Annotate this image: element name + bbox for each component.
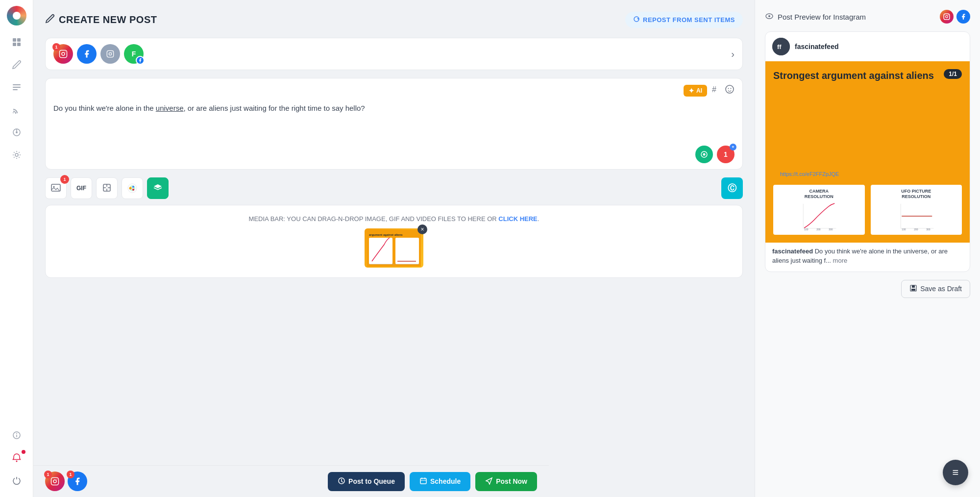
sidebar-item-dashboard[interactable] xyxy=(7,33,26,53)
preview-caption-username: fascinatefeed xyxy=(772,248,813,255)
app-logo[interactable] xyxy=(7,6,26,25)
save-draft-area: Save as Draft xyxy=(765,280,970,298)
svg-point-13 xyxy=(16,433,17,434)
sidebar-item-notifications[interactable] xyxy=(7,449,26,469)
sidebar-item-analytics[interactable] xyxy=(7,124,26,143)
svg-text:300: 300 xyxy=(926,228,931,231)
preview-title: Post Preview for Instagram xyxy=(765,12,866,22)
hashtag-icon: # xyxy=(711,84,721,97)
bottom-account-facebook[interactable]: 1 xyxy=(68,472,87,491)
account-instagram-1[interactable]: 1 xyxy=(53,44,73,64)
preview-instagram-icon[interactable] xyxy=(940,10,954,24)
svg-point-66 xyxy=(56,479,57,480)
page-title: CREATE NEW POST xyxy=(45,14,157,26)
social-badge xyxy=(136,56,145,65)
save-draft-button[interactable]: Save as Draft xyxy=(901,280,970,298)
svg-point-28 xyxy=(53,186,55,187)
remove-image-button[interactable]: × xyxy=(417,224,427,234)
repost-btn-label: REPOST FROM SENT ITEMS xyxy=(643,16,735,24)
post-now-btn-label: Post Now xyxy=(496,477,527,485)
schedule-button[interactable]: Schedule xyxy=(410,472,470,491)
preview-username: fascinatefeed xyxy=(795,43,838,50)
brand-icon: Ⓒ xyxy=(728,182,736,194)
preview-link[interactable]: https://t.co/eF2FFZpJQE xyxy=(773,169,962,179)
sidebar-item-info[interactable] xyxy=(7,426,26,446)
svg-point-10 xyxy=(15,153,18,156)
brand-content-button[interactable]: Ⓒ xyxy=(721,177,743,199)
ai-btn-label: AI xyxy=(696,87,702,94)
canva-btn-wrap: 1 + xyxy=(717,146,735,163)
account-instagram-2[interactable] xyxy=(100,44,120,64)
drop-zone-text: MEDIA BAR: YOU CAN DRAG-N-DROP IMAGE, GI… xyxy=(55,215,733,223)
post-to-queue-button[interactable]: Post to Queue xyxy=(328,472,405,491)
eye-icon xyxy=(765,12,774,22)
bottom-action-bar: 1 1 Post to Queue Schedule xyxy=(33,465,549,497)
page-title-text: CREATE NEW POST xyxy=(59,14,157,25)
svg-rect-1 xyxy=(17,38,21,42)
image-thumbnail: argument against aliens × xyxy=(365,228,423,268)
svg-point-26 xyxy=(703,153,706,156)
sidebar-item-settings[interactable] xyxy=(7,146,26,166)
bottom-badge-1: 1 xyxy=(44,471,52,478)
sidebar-item-compose[interactable] xyxy=(7,56,26,75)
media-preview-area: argument against aliens × xyxy=(55,228,733,268)
sparkle-icon: ✦ xyxy=(688,87,694,95)
power-icon xyxy=(12,475,22,488)
expand-accounts-button[interactable]: › xyxy=(731,49,735,60)
emoji-icon xyxy=(725,84,735,97)
repost-button[interactable]: REPOST FROM SENT ITEMS xyxy=(625,12,743,28)
schedule-icon xyxy=(419,477,427,486)
editor-area: ✦ AI # Do you think we' xyxy=(45,78,743,170)
unsplash-btn-wrap xyxy=(695,146,713,163)
preview-image-title: Strongest argument against aliens xyxy=(773,69,944,82)
account-facebook-2[interactable]: F xyxy=(124,44,144,64)
preview-facebook-icon[interactable] xyxy=(956,10,970,24)
sidebar-item-feeds[interactable] xyxy=(7,101,26,121)
click-here-link[interactable]: CLICK HERE xyxy=(498,215,537,223)
preview-more-link[interactable]: more xyxy=(833,257,848,264)
bottom-actions: Post to Queue Schedule Post Now xyxy=(328,472,537,491)
emoji-button[interactable] xyxy=(725,84,735,97)
svg-rect-64 xyxy=(51,478,59,485)
editor-text-content[interactable]: Do you think we're alone in the universe… xyxy=(53,100,735,140)
media-drop-zone[interactable]: MEDIA BAR: YOU CAN DRAG-N-DROP IMAGE, GI… xyxy=(45,205,743,278)
canva-icon: 1 xyxy=(724,150,728,158)
svg-point-36 xyxy=(132,186,134,188)
bottom-badge-2: 1 xyxy=(67,471,74,478)
account-selector[interactable]: 1 F xyxy=(45,38,743,70)
hashtag-button[interactable]: # xyxy=(711,84,721,97)
svg-rect-68 xyxy=(420,478,426,484)
svg-text:300: 300 xyxy=(829,228,833,231)
upload-button[interactable] xyxy=(96,177,118,199)
svg-rect-63 xyxy=(911,289,915,291)
svg-rect-41 xyxy=(395,238,419,264)
edit-icon xyxy=(45,14,55,26)
info-icon xyxy=(12,430,22,443)
queue-btn-label: Post to Queue xyxy=(348,477,395,485)
unsplash-button[interactable] xyxy=(695,146,713,163)
fab-menu-button[interactable]: ≡ xyxy=(943,460,968,485)
page-header: CREATE NEW POST REPOST FROM SENT ITEMS xyxy=(45,12,743,28)
fab-icon: ≡ xyxy=(953,466,959,479)
sidebar-item-power[interactable] xyxy=(7,472,26,491)
main-content: CREATE NEW POST REPOST FROM SENT ITEMS xyxy=(33,0,980,497)
sidebar-item-content[interactable] xyxy=(7,78,26,98)
chart-camera-label: CAMERA RESOLUTION xyxy=(777,189,861,199)
image-upload-button[interactable]: 1 xyxy=(45,177,67,199)
bottom-account-instagram[interactable]: 1 xyxy=(45,472,65,491)
save-draft-label: Save as Draft xyxy=(920,285,962,293)
gif-label: GIF xyxy=(76,185,86,192)
canva-tool-button[interactable] xyxy=(122,177,143,199)
plus-badge: + xyxy=(730,144,736,150)
svg-point-48 xyxy=(948,15,949,15)
buffer-tool-button[interactable] xyxy=(147,177,169,199)
preview-social-icons xyxy=(940,10,970,24)
svg-point-8 xyxy=(16,131,18,133)
preview-charts-area: CAMERA RESOLUTION 100 200 300 UFO PICTUR… xyxy=(765,181,970,243)
gif-button[interactable]: GIF xyxy=(71,177,92,199)
post-now-button[interactable]: Post Now xyxy=(475,472,537,491)
ai-button[interactable]: ✦ AI xyxy=(684,85,707,97)
account-facebook-1[interactable] xyxy=(77,44,97,64)
svg-point-24 xyxy=(731,88,732,89)
svg-text:200: 200 xyxy=(816,228,821,231)
